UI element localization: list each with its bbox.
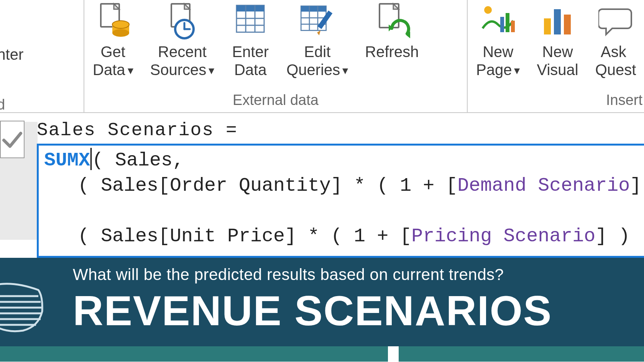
formula-editor[interactable]: SUMX( Sales, ( Sales[Order Quantity] * (…	[37, 144, 644, 258]
code-line3-pre: ( Sales[Unit Price] * ( 1 + [	[78, 225, 411, 247]
new-visual-button[interactable]: New Visual	[528, 2, 586, 79]
svg-marker-22	[317, 30, 320, 35]
svg-point-26	[484, 6, 492, 14]
measure-name-line[interactable]: Sales Scenarios =	[37, 120, 644, 141]
code-line2-pre: ( Sales[Order Quantity] * ( 1 + [	[78, 175, 457, 197]
ask-label-2: Quest	[595, 61, 636, 78]
get-data-button[interactable]: Get Data▾	[84, 2, 142, 79]
get-data-label-1: Get	[101, 43, 125, 60]
edit-queries-icon	[298, 2, 337, 40]
ask-label-1: Ask	[601, 43, 626, 60]
enter-data-label-2: Data	[234, 61, 267, 78]
new-visual-icon	[539, 2, 577, 40]
svg-rect-29	[511, 21, 515, 32]
external-data-group-label: External data	[84, 90, 467, 112]
code-line2-post: ] ) ) *	[630, 175, 644, 197]
svg-rect-32	[564, 15, 571, 34]
enter-data-icon	[231, 2, 269, 40]
enter-data-button[interactable]: Enter Data	[223, 2, 278, 79]
report-panel-tops	[0, 346, 644, 362]
recent-sources-icon	[163, 2, 201, 40]
new-visual-label-1: New	[542, 43, 573, 60]
new-page-icon	[479, 2, 517, 40]
code-line1-rest: ( Sales,	[92, 149, 184, 171]
svg-rect-30	[544, 18, 551, 34]
enter-data-label-1: Enter	[232, 43, 269, 60]
recent-sources-label-2: Sources	[150, 61, 207, 78]
ask-question-button[interactable]: Ask Quest	[587, 2, 636, 79]
refresh-icon	[373, 2, 411, 40]
recent-sources-button[interactable]: Recent Sources▾	[142, 2, 223, 79]
refresh-label: Refresh	[365, 43, 419, 60]
measure-ref-demand: Demand Scenario	[457, 175, 630, 197]
checkmark-icon	[1, 128, 24, 151]
new-visual-label-2: Visual	[537, 61, 578, 78]
svg-rect-10	[237, 5, 264, 11]
chevron-down-icon: ▾	[342, 64, 348, 77]
report-title: REVENUE SCENARIOS	[73, 286, 644, 335]
new-page-label-1: New	[483, 43, 513, 60]
edit-queries-label-1: Edit	[304, 43, 330, 60]
svg-rect-27	[500, 17, 504, 32]
code-line3-post: ] ) ))	[595, 225, 644, 247]
refresh-button[interactable]: Refresh	[356, 2, 427, 61]
formula-bar-row: Sales Scenarios = SUMX( Sales, ( Sales[O…	[0, 113, 644, 258]
chevron-down-icon: ▾	[514, 64, 520, 77]
get-data-icon	[94, 2, 132, 40]
ribbon-group-external-data: Get Data▾ Recent Sources▾	[84, 0, 468, 112]
ask-question-icon	[596, 2, 635, 40]
chevron-down-icon: ▾	[209, 64, 214, 77]
edit-queries-label-2: Queries	[286, 61, 340, 78]
svg-point-3	[112, 29, 129, 37]
clipboard-group-label-fragment: d	[0, 97, 5, 113]
ribbon: at Painter d Get Data	[0, 0, 644, 113]
new-page-label-2: Page	[476, 61, 512, 78]
insert-group-label-fragment: Insert	[468, 90, 644, 112]
panel-bar-right	[399, 346, 644, 362]
ribbon-group-clipboard: at Painter d	[0, 0, 84, 112]
svg-rect-28	[506, 13, 509, 32]
new-page-button[interactable]: New Page▾	[468, 2, 528, 79]
report-subtitle: What will be the predicted results based…	[73, 265, 644, 284]
recent-sources-label-1: Recent	[158, 43, 207, 60]
ribbon-group-insert: New Page▾ New Visual	[468, 0, 644, 112]
measure-ref-pricing: Pricing Scenario	[411, 225, 595, 247]
svg-rect-31	[554, 9, 561, 34]
svg-rect-16	[301, 6, 326, 12]
report-title-banner: What will be the predicted results based…	[0, 258, 644, 346]
edit-queries-button[interactable]: Edit Queries▾	[278, 2, 356, 79]
commit-formula-button[interactable]	[0, 121, 25, 158]
chevron-down-icon: ▾	[128, 64, 133, 77]
us-map-icon	[0, 273, 46, 338]
dax-function-sumx: SUMX	[44, 149, 90, 171]
get-data-label-2: Data	[93, 61, 125, 78]
format-painter-label-fragment[interactable]: at Painter	[0, 46, 23, 63]
panel-bar-left	[0, 346, 388, 362]
text-caret	[90, 148, 92, 170]
